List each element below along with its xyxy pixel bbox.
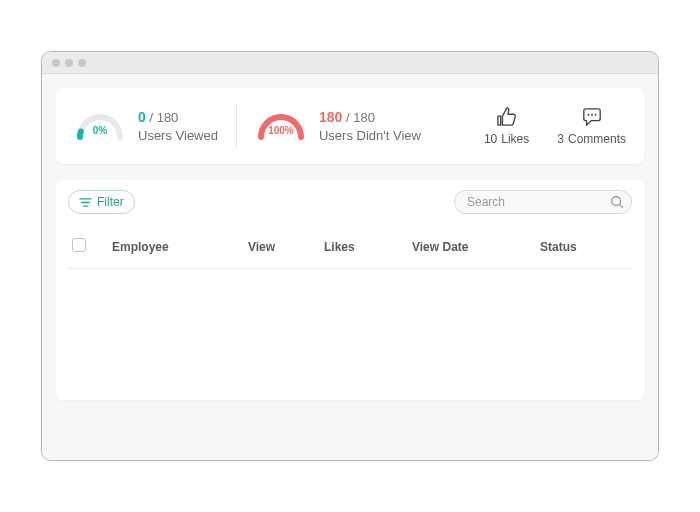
notviewed-label: Users Didn't View [319, 127, 421, 145]
gauge-notviewed: 100% [255, 107, 307, 145]
stat-users-notviewed: 100% 180 / 180 Users Didn't View [255, 107, 421, 145]
filter-button[interactable]: Filter [68, 190, 135, 214]
comments-stat: 3Comments [557, 107, 626, 146]
app-window: 0% 0 / 180 Users Viewed 100 [41, 51, 659, 461]
content-area: 0% 0 / 180 Users Viewed 100 [42, 74, 658, 460]
window-dot [65, 59, 73, 67]
stat-viewed-text: 0 / 180 Users Viewed [138, 108, 218, 144]
stats-card: 0% 0 / 180 Users Viewed 100 [56, 88, 644, 164]
svg-point-2 [594, 113, 596, 115]
select-all-checkbox[interactable] [72, 238, 86, 252]
comments-label: Comments [568, 132, 626, 146]
likes-label: Likes [501, 132, 529, 146]
search-input[interactable] [454, 190, 632, 214]
panel-toolbar: Filter [68, 190, 632, 214]
window-titlebar [42, 52, 658, 74]
table-header-row: Employee View Likes View Date Status [68, 230, 632, 269]
likes-stat: 10Likes [484, 107, 529, 146]
col-employee: Employee [112, 240, 248, 254]
search-wrap [454, 190, 632, 214]
stat-notviewed-text: 180 / 180 Users Didn't View [319, 108, 421, 144]
viewed-label: Users Viewed [138, 127, 218, 145]
viewed-count: 0 [138, 109, 146, 125]
gauge-viewed: 0% [74, 107, 126, 145]
table-panel: Filter Employee View Likes View Date Sta… [56, 180, 644, 400]
window-dot [52, 59, 60, 67]
likes-count: 10 [484, 132, 497, 146]
stat-users-viewed: 0% 0 / 180 Users Viewed [74, 107, 218, 145]
notviewed-total: / 180 [346, 110, 375, 125]
filter-label: Filter [97, 195, 124, 209]
gauge-viewed-percent: 0% [74, 125, 126, 136]
svg-point-0 [587, 113, 589, 115]
svg-point-1 [591, 113, 593, 115]
col-likes: Likes [324, 240, 412, 254]
window-dot [78, 59, 86, 67]
notviewed-count: 180 [319, 109, 342, 125]
viewed-total: / 180 [149, 110, 178, 125]
comment-icon [581, 107, 603, 127]
svg-line-7 [620, 205, 623, 208]
gauge-notviewed-percent: 100% [255, 125, 307, 136]
comments-count: 3 [557, 132, 564, 146]
search-icon [610, 195, 624, 209]
filter-icon [79, 197, 92, 208]
stats-divider [236, 104, 237, 148]
engagement-stats: 10Likes 3Comments [484, 107, 626, 146]
col-view: View [248, 240, 324, 254]
col-status: Status [540, 240, 628, 254]
col-view-date: View Date [412, 240, 540, 254]
thumbs-up-icon [496, 107, 518, 127]
